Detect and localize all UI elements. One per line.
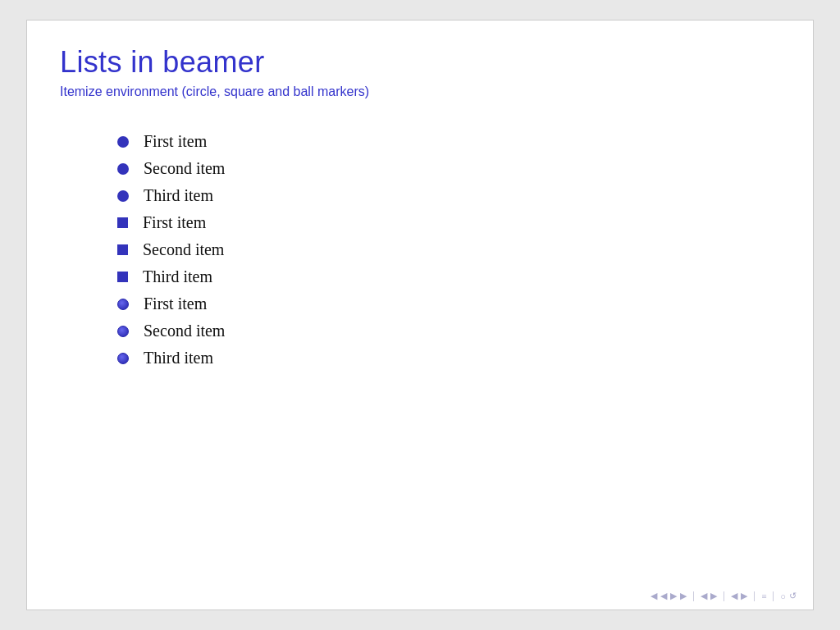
item-text: First item <box>144 132 207 151</box>
item-text: Second item <box>144 159 225 178</box>
ball-marker <box>117 353 129 364</box>
nav-left-icon[interactable]: ◀ <box>701 591 707 601</box>
circle-marker <box>117 136 129 148</box>
list-item: Second item <box>117 322 780 340</box>
item-text: Third item <box>143 267 212 286</box>
circle-marker <box>117 163 129 175</box>
slide-subtitle: Itemize environment (circle, square and … <box>60 84 780 99</box>
list-item: Third item <box>117 267 780 286</box>
nav-back-icon[interactable]: ◀ <box>651 591 657 601</box>
square-marker <box>117 272 128 282</box>
ball-marker <box>117 299 129 310</box>
nav-separator-3 <box>754 591 755 601</box>
list-item: First item <box>117 132 780 151</box>
nav-bar: ◀ ◀ ▶ ▶ ◀ ▶ ◀ ▶ ≡ ○ ↺ <box>651 591 797 601</box>
circle-marker <box>117 190 129 202</box>
nav-separator-2 <box>724 591 724 601</box>
list-item: Second item <box>117 240 780 259</box>
item-text: First item <box>144 294 207 313</box>
nav-separator-4 <box>773 591 774 601</box>
item-text: Second item <box>143 240 224 259</box>
square-list: First item Second item Third item <box>117 213 780 286</box>
item-text: Third item <box>144 349 213 368</box>
item-text: Third item <box>144 186 213 205</box>
list-item: First item <box>117 294 780 313</box>
nav-right-icon[interactable]: ▶ <box>710 591 717 601</box>
nav-separator <box>693 591 694 601</box>
nav-bookmark-icon[interactable]: ▶ <box>670 591 677 601</box>
list-item: Second item <box>117 159 780 178</box>
nav-prev-icon[interactable]: ◀ <box>660 591 667 601</box>
nav-menu-icon[interactable]: ≡ <box>761 591 766 601</box>
nav-down-icon[interactable]: ▶ <box>741 591 747 601</box>
list-item: Third item <box>117 186 780 205</box>
ball-list: First item Second item Third item <box>117 294 780 368</box>
circle-list: First item Second item Third item <box>117 132 780 205</box>
item-text: First item <box>143 213 206 232</box>
nav-refresh-icon[interactable]: ↺ <box>789 591 797 601</box>
ball-marker <box>117 326 129 337</box>
lists-container: First item Second item Third item First … <box>60 124 780 368</box>
square-marker <box>117 244 128 255</box>
nav-up-icon[interactable]: ◀ <box>731 591 737 601</box>
item-text: Second item <box>144 322 225 340</box>
list-item: Third item <box>117 349 780 368</box>
square-marker <box>117 217 128 228</box>
list-item: First item <box>117 213 780 232</box>
nav-circle-icon[interactable]: ○ <box>780 591 786 601</box>
slide-title: Lists in beamer <box>60 45 780 80</box>
nav-next-icon[interactable]: ▶ <box>680 591 687 601</box>
slide: Lists in beamer Itemize environment (cir… <box>26 20 814 610</box>
